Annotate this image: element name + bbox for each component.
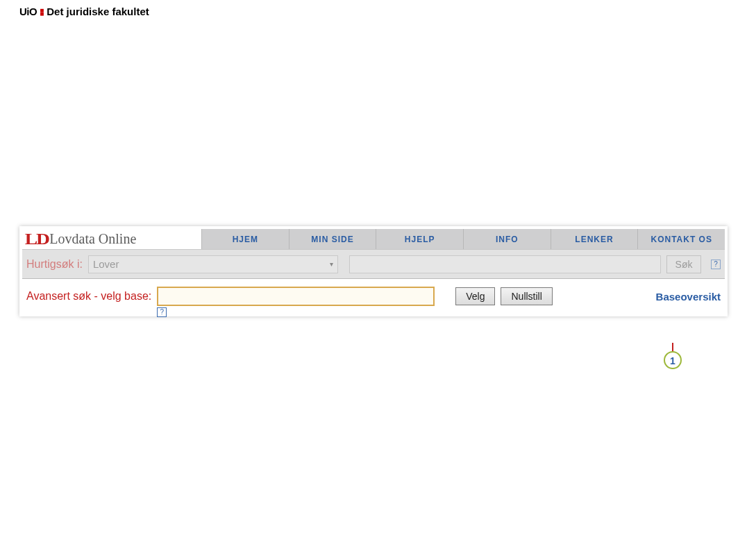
top-bar: LD Lovdata Online HJEM MIN SIDE HJELP IN… (22, 229, 725, 250)
quick-search-label: Hurtigsøk i: (26, 258, 83, 271)
nav-info[interactable]: INFO (463, 229, 551, 249)
lovdata-panel: LD Lovdata Online HJEM MIN SIDE HJELP IN… (19, 226, 728, 316)
nav-min-side[interactable]: MIN SIDE (289, 229, 376, 249)
main-nav: HJEM MIN SIDE HJELP INFO LENKER KONTAKT … (201, 229, 725, 249)
velg-button[interactable]: Velg (455, 287, 495, 305)
quick-search-selected-value: Lover (93, 258, 119, 270)
uio-dots-icon: ■■ (40, 8, 44, 15)
quick-search-select[interactable]: Lover ▾ (88, 255, 338, 273)
uio-faculty-name: Det juridiske fakultet (47, 6, 149, 17)
page-header: UiO ■■ Det juridiske fakultet (19, 6, 149, 17)
brand-text: Lovdata Online (49, 231, 136, 247)
advanced-search-bar: Avansert søk - velg base: ? Velg Nullsti… (22, 279, 725, 314)
nav-kontakt-oss[interactable]: KONTAKT OS (637, 229, 725, 249)
baseoversikt-link[interactable]: Baseoversikt (656, 291, 721, 303)
quick-search-bar: Hurtigsøk i: Lover ▾ Søk ? (22, 250, 725, 279)
search-button[interactable]: Søk (666, 255, 701, 273)
nav-hjem[interactable]: HJEM (201, 229, 289, 249)
brand-mark-icon: LD (25, 230, 49, 248)
advanced-search-help-icon[interactable]: ? (157, 307, 167, 317)
uio-logo-text: UiO (19, 6, 37, 17)
advanced-search-input[interactable] (157, 287, 435, 306)
advanced-search-label: Avansert søk - velg base: (26, 290, 151, 303)
nav-lenker[interactable]: LENKER (551, 229, 638, 249)
nav-hjelp[interactable]: HJELP (376, 229, 463, 249)
chevron-down-icon: ▾ (330, 260, 333, 268)
quick-search-input[interactable] (349, 255, 661, 273)
quick-search-help-icon[interactable]: ? (711, 260, 721, 269)
brand-area[interactable]: LD Lovdata Online (22, 229, 201, 249)
callout-badge-1: 1 (664, 351, 682, 369)
advanced-search-input-wrap: ? (157, 287, 435, 306)
nullstill-button[interactable]: Nullstill (501, 287, 552, 305)
